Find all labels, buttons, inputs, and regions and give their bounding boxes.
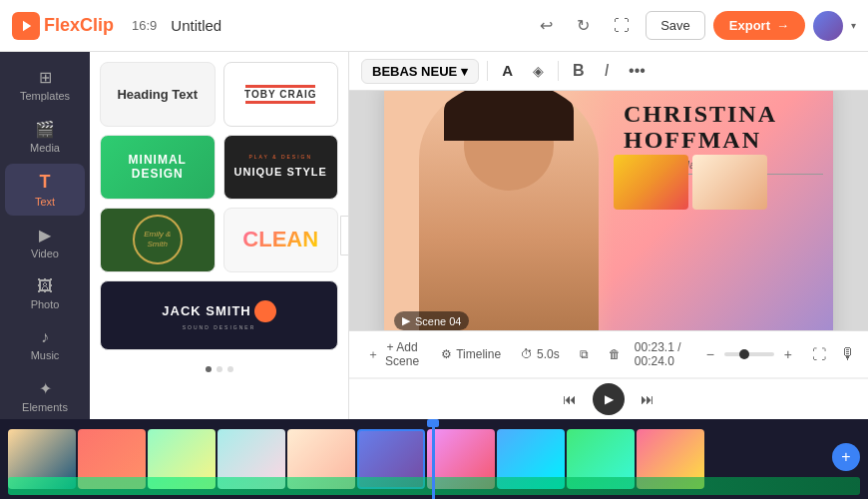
save-button[interactable]: Save bbox=[646, 11, 705, 40]
sidebar-item-label: Video bbox=[31, 248, 59, 259]
person-image-area bbox=[394, 91, 624, 330]
zoom-controls: − + bbox=[700, 344, 798, 364]
collapse-panel-button[interactable]: ‹ bbox=[340, 216, 349, 255]
export-label: Export bbox=[729, 18, 770, 33]
chevron-down-icon[interactable]: ▾ bbox=[851, 20, 856, 31]
elements-icon: ✦ bbox=[39, 379, 52, 398]
person-head bbox=[464, 101, 554, 191]
dot-2[interactable] bbox=[217, 366, 222, 372]
person-silhouette bbox=[419, 91, 599, 330]
text-card-jack[interactable]: JACK SMITH SOUND DESIGNER bbox=[100, 280, 338, 350]
zoom-in-button[interactable]: + bbox=[778, 344, 798, 364]
sidebar-item-elements[interactable]: ✦ Elements bbox=[5, 371, 85, 419]
add-scene-button[interactable]: ＋ + Add Scene bbox=[361, 337, 427, 371]
photo-thumb-2 bbox=[692, 155, 767, 210]
toolbar-separator-2 bbox=[558, 61, 559, 81]
play-button[interactable]: ▶ bbox=[593, 383, 625, 415]
more-options-button[interactable]: ••• bbox=[623, 58, 651, 84]
add-scene-label: + Add Scene bbox=[383, 340, 421, 368]
export-button[interactable]: Export → bbox=[713, 11, 805, 40]
main-layout: ⊞ Templates 🎬 Media T Text ▶ Video 🖼 Pho… bbox=[0, 52, 868, 419]
topbar-actions: ↩ ↻ ⛶ Save Export → ▾ bbox=[532, 11, 856, 41]
text-card-minimal[interactable]: MINIMALDESIGN bbox=[100, 135, 216, 200]
sidebar-item-label: Media bbox=[30, 142, 60, 154]
photo-thumb-1 bbox=[614, 155, 688, 210]
timeline-icon: ⚙ bbox=[441, 347, 452, 361]
copy-button[interactable]: ⧉ bbox=[574, 344, 595, 364]
text-color-button[interactable]: A bbox=[496, 58, 519, 84]
text-highlight-button[interactable]: ◈ bbox=[527, 58, 550, 84]
zoom-thumb[interactable] bbox=[739, 349, 749, 359]
text-icon: T bbox=[40, 172, 51, 193]
canvas-person-name: CHRISTINA HOFFMAN bbox=[624, 101, 823, 154]
sidebar-item-label: Elements bbox=[22, 401, 68, 413]
bold-icon: B bbox=[573, 62, 585, 79]
heading-text-label: Heading Text bbox=[117, 87, 198, 102]
sidebar-item-text[interactable]: T Text bbox=[5, 164, 85, 216]
sidebar-item-label: Templates bbox=[20, 90, 70, 102]
text-color-icon: A bbox=[502, 62, 513, 79]
text-card-clean[interactable]: CLEAN bbox=[223, 208, 339, 272]
toby-bar-bottom bbox=[245, 101, 315, 104]
jack-sub: SOUND DESIGNER bbox=[162, 324, 275, 330]
text-card-emily[interactable]: Emily & Smith bbox=[100, 208, 216, 272]
dot-3[interactable] bbox=[227, 366, 233, 372]
person-hair bbox=[444, 91, 574, 141]
jack-inner: JACK SMITH SOUND DESIGNER bbox=[162, 300, 275, 330]
italic-button[interactable]: I bbox=[599, 58, 615, 84]
export-arrow: → bbox=[776, 18, 789, 33]
zoom-slider[interactable] bbox=[724, 352, 774, 356]
font-selector[interactable]: BEBAS NEUE ▾ bbox=[361, 59, 479, 84]
svg-marker-0 bbox=[23, 20, 31, 31]
dot-1[interactable] bbox=[206, 366, 212, 372]
sidebar-item-music[interactable]: ♪ Music bbox=[5, 320, 85, 369]
fullscreen-button[interactable]: ⛶ bbox=[606, 13, 638, 39]
emily-text-label: Emily & Smith bbox=[135, 230, 181, 250]
bottom-controls: ＋ + Add Scene ⚙ Timeline ⏱ 5.0s ⧉ bbox=[349, 330, 868, 419]
playback-bar: ⏮ ▶ ⏭ bbox=[349, 378, 868, 419]
canvas-frame: CHRISTINA HOFFMAN Professional Makeup Ar… bbox=[384, 91, 833, 330]
duration-value: 5.0s bbox=[537, 347, 560, 361]
italic-icon: I bbox=[605, 62, 609, 79]
canvas-toolbar: BEBAS NEUE ▾ A ◈ B I ••• bbox=[349, 52, 868, 91]
scene-label: ▶ Scene 04 bbox=[394, 311, 469, 330]
sidebar-item-label: Music bbox=[31, 349, 60, 361]
project-title[interactable]: Untitled bbox=[171, 17, 522, 34]
toolbar-separator-1 bbox=[487, 61, 488, 81]
duration-button[interactable]: ⏱ 5.0s bbox=[515, 344, 566, 364]
toby-name: TOBY CRAIG bbox=[244, 89, 316, 100]
rewind-button[interactable]: ⏮ bbox=[563, 391, 577, 407]
music-icon: ♪ bbox=[41, 328, 49, 346]
avatar[interactable] bbox=[813, 11, 843, 41]
text-card-heading[interactable]: Heading Text bbox=[100, 62, 216, 127]
unique-inner: PLAY & DESIGN UNIQUE STYLE bbox=[234, 154, 327, 180]
expand-timeline-button[interactable]: ⛶ bbox=[806, 343, 832, 365]
sidebar-item-media[interactable]: 🎬 Media bbox=[5, 112, 85, 162]
clean-text-label: CLEAN bbox=[242, 227, 318, 252]
unique-text-label: UNIQUE STYLE bbox=[234, 166, 327, 178]
zoom-out-button[interactable]: − bbox=[700, 344, 720, 364]
copy-icon: ⧉ bbox=[580, 347, 589, 361]
plus-icon: ＋ bbox=[367, 346, 379, 363]
delete-button[interactable]: 🗑 bbox=[603, 344, 627, 364]
ellipsis-icon: ••• bbox=[629, 62, 646, 79]
scene-label-text: Scene 04 bbox=[415, 315, 461, 327]
timeline-button[interactable]: ⚙ Timeline bbox=[435, 344, 507, 364]
sidebar-item-templates[interactable]: ⊞ Templates bbox=[5, 60, 85, 110]
canvas-viewport: CHRISTINA HOFFMAN Professional Makeup Ar… bbox=[349, 91, 868, 330]
canvas-name-line2: HOFFMAN bbox=[624, 127, 823, 153]
undo-button[interactable]: ↩ bbox=[532, 12, 561, 39]
app-logo: FlexClip bbox=[12, 12, 114, 40]
forward-button[interactable]: ⏭ bbox=[641, 391, 654, 407]
add-timeline-item-button[interactable]: + bbox=[832, 443, 860, 471]
text-card-toby[interactable]: TOBY CRAIG bbox=[223, 62, 339, 127]
media-icon: 🎬 bbox=[35, 120, 55, 139]
sidebar-item-photo[interactable]: 🖼 Photo bbox=[5, 269, 85, 318]
bold-button[interactable]: B bbox=[567, 58, 591, 84]
photo-icon: 🖼 bbox=[37, 277, 53, 295]
text-card-unique[interactable]: PLAY & DESIGN UNIQUE STYLE bbox=[223, 135, 339, 200]
mic-button[interactable]: 🎙 bbox=[840, 345, 856, 363]
redo-button[interactable]: ↻ bbox=[569, 12, 598, 39]
sidebar-item-label: Text bbox=[35, 196, 55, 208]
sidebar-item-video[interactable]: ▶ Video bbox=[5, 218, 85, 267]
